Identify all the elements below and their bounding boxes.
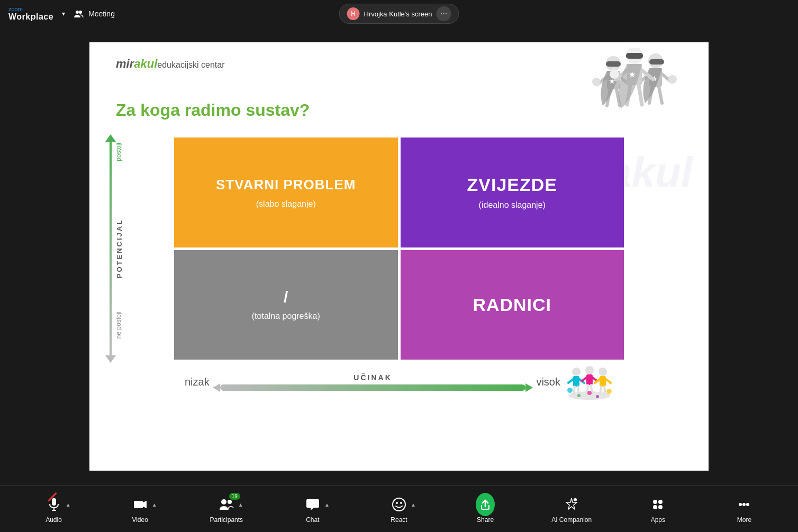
chat-chevron-icon[interactable]: ▲: [324, 501, 330, 507]
react-icon: [392, 497, 406, 512]
svg-rect-8: [606, 61, 621, 67]
apps-button[interactable]: Apps: [637, 495, 679, 524]
svg-rect-37: [586, 374, 593, 385]
svg-rect-27: [626, 53, 643, 59]
cell-zvijezde: ZVIJEZDE (idealno slaganje): [401, 137, 624, 247]
chat-label: Chat: [306, 516, 319, 524]
y-label-bottom: ne postoji: [115, 311, 122, 338]
svg-rect-53: [52, 498, 56, 506]
slide-container: mirakul mirakuledukacijski centar: [89, 42, 709, 471]
x-label-high: visok: [536, 376, 560, 388]
participants-count-badge: 19: [229, 493, 240, 500]
svg-rect-31: [573, 376, 579, 387]
video-icon: [133, 497, 148, 512]
svg-line-35: [578, 387, 579, 395]
svg-point-60: [393, 498, 405, 511]
bottom-toolbar: ▲ Audio ▲ Video 19 ▲ Participants: [0, 485, 798, 532]
svg-point-68: [739, 503, 742, 506]
svg-rect-43: [600, 376, 606, 387]
x-label-low: nizak: [185, 376, 210, 388]
participants-chevron-icon[interactable]: ▲: [238, 501, 243, 507]
svg-point-51: [577, 394, 581, 397]
logo-akul: akul: [134, 57, 157, 71]
participants-label: Participants: [210, 516, 243, 524]
more-button[interactable]: More: [723, 495, 765, 524]
share-label: Share: [477, 516, 494, 524]
svg-point-52: [596, 395, 599, 398]
top-bar: zoom Workplace ▾ Meeting H Hrvojka Kutle…: [0, 0, 798, 27]
more-icon: [737, 497, 751, 512]
svg-marker-57: [143, 501, 147, 508]
zoom-text: zoom: [8, 6, 53, 12]
svg-point-42: [598, 368, 607, 376]
svg-line-38: [582, 378, 586, 381]
svg-point-1: [79, 11, 82, 14]
svg-rect-18: [649, 59, 664, 65]
logo-edukacijski: edukacijski centar: [157, 60, 224, 70]
svg-point-61: [396, 502, 398, 504]
chevron-down-icon[interactable]: ▾: [62, 10, 65, 17]
apps-label: Apps: [651, 516, 665, 524]
svg-point-0: [76, 11, 79, 14]
cell-purple-subtitle: (idealno slaganje): [479, 200, 546, 210]
x-axis: nizak UČINAK visok: [174, 362, 624, 402]
svg-point-65: [658, 500, 663, 504]
svg-point-48: [567, 388, 573, 393]
share-button[interactable]: Share: [464, 495, 506, 524]
participants-button[interactable]: 19 ▲ Participants: [205, 495, 248, 524]
audio-chevron-icon[interactable]: ▲: [66, 501, 71, 507]
svg-point-62: [400, 502, 402, 504]
y-axis: postoji ne postoji POTENCIJAL: [100, 137, 126, 360]
screen-share-label: Hrvojka Kutle's screen: [364, 10, 432, 18]
svg-line-16: [659, 87, 662, 103]
ai-companion-button[interactable]: AI Companion: [550, 495, 593, 524]
ucinak-label: UČINAK: [353, 373, 392, 382]
react-button[interactable]: ▲ React: [378, 495, 420, 524]
meeting-button[interactable]: Meeting: [74, 8, 115, 19]
audio-label: Audio: [46, 516, 62, 524]
cell-totalna-pogreska: / (totalna pogreška): [174, 250, 398, 360]
svg-point-36: [585, 366, 594, 374]
matrix-grid: STVARNI PROBLEM (slabo slaganje) ZVIJEZD…: [174, 137, 624, 360]
svg-line-32: [568, 379, 573, 383]
meeting-label: Meeting: [88, 10, 115, 18]
cell-orange-title: STVARNI PROBLEM: [216, 176, 356, 194]
svg-line-47: [604, 387, 605, 395]
react-label: React: [391, 516, 407, 524]
share-icon: [479, 499, 491, 510]
people-icon: [74, 8, 84, 19]
share-circle: [476, 493, 495, 516]
cell-gray-subtitle: (totalna pogreška): [252, 311, 320, 321]
potencijal-label: POTENCIJAL: [115, 219, 123, 278]
video-chevron-icon[interactable]: ▲: [152, 501, 157, 507]
cell-magenta-title: RADNICI: [473, 295, 551, 315]
slide-title: Za koga radimo sustav?: [116, 100, 310, 120]
video-label: Video: [132, 516, 148, 524]
svg-point-67: [658, 505, 663, 509]
audio-button[interactable]: ▲ Audio: [33, 495, 75, 524]
svg-point-50: [606, 389, 612, 394]
svg-point-49: [587, 391, 592, 395]
svg-point-58: [221, 499, 226, 505]
svg-text:★: ★: [609, 78, 615, 85]
ai-companion-icon: [564, 497, 579, 512]
avatar: H: [347, 7, 360, 20]
cell-radnici: RADNICI: [401, 250, 624, 360]
video-button[interactable]: ▲ Video: [119, 495, 161, 524]
ai-companion-label: AI Companion: [551, 516, 592, 524]
screen-share-more-button[interactable]: ···: [436, 6, 451, 21]
zoom-logo: zoom Workplace: [8, 6, 53, 22]
slide-logo: mirakuledukacijski centar: [116, 57, 224, 71]
chat-icon: [305, 497, 320, 512]
svg-point-64: [653, 500, 657, 504]
svg-point-17: [668, 75, 677, 84]
grid-area: postoji ne postoji POTENCIJAL STVARNI PR…: [174, 137, 687, 402]
react-chevron-icon[interactable]: ▲: [411, 501, 416, 507]
workplace-text: Workplace: [8, 12, 53, 22]
y-label-top: postoji: [115, 143, 122, 161]
chat-button[interactable]: ▲ Chat: [292, 495, 334, 524]
cell-purple-title: ZVIJEZDE: [467, 175, 557, 195]
svg-line-34: [574, 387, 575, 395]
screen-share-pill: H Hrvojka Kutle's screen ···: [339, 4, 459, 24]
svg-line-46: [600, 387, 601, 395]
